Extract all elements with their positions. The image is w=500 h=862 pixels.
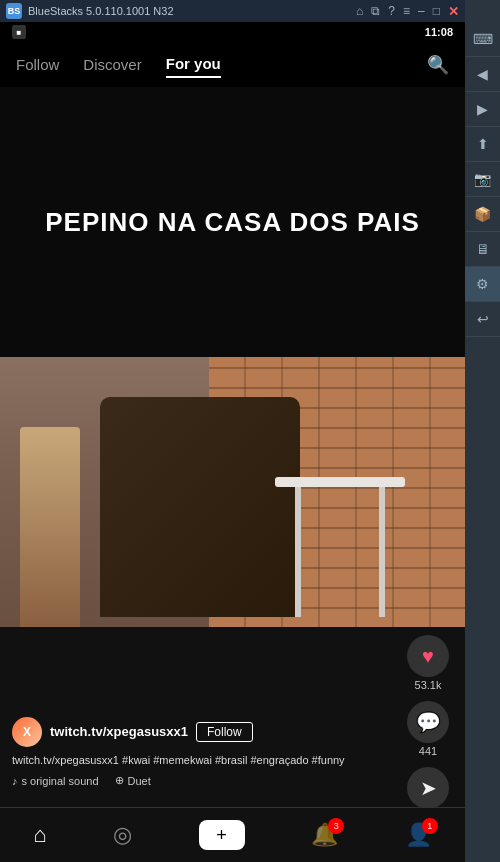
username-label[interactable]: twitch.tv/xpegasusxx1 xyxy=(50,724,188,739)
status-bar: ■ 11:08 xyxy=(0,22,465,42)
bs-title: BlueStacks 5.0.110.1001 N32 xyxy=(28,5,174,17)
status-time: 11:08 xyxy=(425,26,453,38)
person-left-prop xyxy=(20,427,80,627)
camera-button[interactable]: + xyxy=(199,820,245,850)
sidebar-screen-icon[interactable]: 🖥 xyxy=(465,232,500,267)
sound-row: ♪ s original sound ⊕ Duet xyxy=(12,774,372,787)
minimize-bs-icon[interactable]: – xyxy=(418,4,425,18)
app-small-icon: ■ xyxy=(12,25,26,39)
table-leg-left xyxy=(295,487,301,617)
comment-icon-circle: 💬 xyxy=(407,701,449,743)
menu-bs-icon[interactable]: ≡ xyxy=(403,4,410,18)
comment-action[interactable]: 💬 441 xyxy=(407,701,449,757)
video-bottom-section xyxy=(0,357,465,627)
sidebar-keyboard-icon[interactable]: ⌨ xyxy=(465,22,500,57)
home-icon: ⌂ xyxy=(33,822,46,848)
sidebar-up-icon[interactable]: ⬆ xyxy=(465,127,500,162)
search-icon[interactable]: 🔍 xyxy=(427,54,449,76)
person-main-prop xyxy=(100,397,300,617)
duet-item: ⊕ Duet xyxy=(115,774,151,787)
app-area: ■ 11:08 Follow Discover For you 🔍 PEPINO… xyxy=(0,22,465,862)
duet-label: Duet xyxy=(128,775,151,787)
heart-icon-circle: ♥ xyxy=(407,635,449,677)
video-top-section: PEPINO NA CASA DOS PAIS xyxy=(0,87,465,357)
nav-for-you[interactable]: For you xyxy=(166,51,221,78)
discover-icon: ◎ xyxy=(113,822,132,848)
nav-inbox-item[interactable]: 🔔 3 xyxy=(311,822,338,848)
original-sound-item: ♪ s original sound xyxy=(12,775,99,787)
profile-badge: 1 xyxy=(422,818,438,834)
heart-icon: ♥ xyxy=(422,645,434,668)
sidebar-forward-icon[interactable]: ▶ xyxy=(465,92,500,127)
right-sidebar: ⌨ ◀ ▶ ⬆ 📷 📦 🖥 ⚙ ↩ xyxy=(465,0,500,862)
share-icon: ➤ xyxy=(420,776,437,800)
bs-left: BS BlueStacks 5.0.110.1001 N32 xyxy=(6,3,174,19)
table-leg-right xyxy=(379,487,385,617)
table-prop xyxy=(275,437,405,617)
sidebar-package-icon[interactable]: 📦 xyxy=(465,197,500,232)
status-left: ■ xyxy=(12,25,26,39)
nav-follow[interactable]: Follow xyxy=(16,52,59,77)
sidebar-camera-icon[interactable]: 📷 xyxy=(465,162,500,197)
duet-icon: ⊕ xyxy=(115,774,124,787)
sidebar-back2-icon[interactable]: ↩ xyxy=(465,302,500,337)
nav-discover[interactable]: Discover xyxy=(83,52,141,77)
bluestacks-topbar: BS BlueStacks 5.0.110.1001 N32 ⌂ ⧉ ? ≡ –… xyxy=(0,0,465,22)
avatar: X xyxy=(12,717,42,747)
music-icon: ♪ xyxy=(12,775,18,787)
hashtags-text: twitch.tv/xpegasusxx1 #kwai #memekwai #b… xyxy=(12,753,372,768)
original-sound-label: s original sound xyxy=(22,775,99,787)
sidebar-gear-icon[interactable]: ⚙ xyxy=(465,267,500,302)
scene-background xyxy=(0,357,465,627)
like-action[interactable]: ♥ 53.1k xyxy=(407,635,449,691)
inbox-badge: 3 xyxy=(328,818,344,834)
bs-logo: BS xyxy=(6,3,22,19)
copy-bs-icon[interactable]: ⧉ xyxy=(371,4,380,18)
nav-camera-item[interactable]: + xyxy=(199,820,245,850)
user-row: X twitch.tv/xpegasusxx1 Follow xyxy=(12,717,372,747)
home-bs-icon[interactable]: ⌂ xyxy=(356,4,363,18)
nav-bar: Follow Discover For you 🔍 xyxy=(0,42,465,87)
bottom-nav: ⌂ ◎ + 🔔 3 👤 1 xyxy=(0,807,465,862)
close-bs-icon[interactable]: ✕ xyxy=(448,4,459,19)
video-title-text: PEPINO NA CASA DOS PAIS xyxy=(45,207,420,238)
share-icon-circle: ➤ xyxy=(407,767,449,809)
nav-home-item[interactable]: ⌂ xyxy=(33,822,46,848)
sidebar-back-icon[interactable]: ◀ xyxy=(465,57,500,92)
bs-controls: ⌂ ⧉ ? ≡ – □ ✕ xyxy=(356,4,459,19)
question-bs-icon[interactable]: ? xyxy=(388,4,395,18)
comments-count: 441 xyxy=(419,745,437,757)
likes-count: 53.1k xyxy=(415,679,442,691)
nav-discover-item[interactable]: ◎ xyxy=(113,822,132,848)
maximize-bs-icon[interactable]: □ xyxy=(433,4,440,18)
nav-profile-item[interactable]: 👤 1 xyxy=(405,822,432,848)
comment-icon: 💬 xyxy=(416,710,441,734)
table-top xyxy=(275,477,405,487)
follow-button[interactable]: Follow xyxy=(196,722,253,742)
nav-links: Follow Discover For you xyxy=(16,51,221,78)
bottom-info: X twitch.tv/xpegasusxx1 Follow twitch.tv… xyxy=(12,717,372,787)
